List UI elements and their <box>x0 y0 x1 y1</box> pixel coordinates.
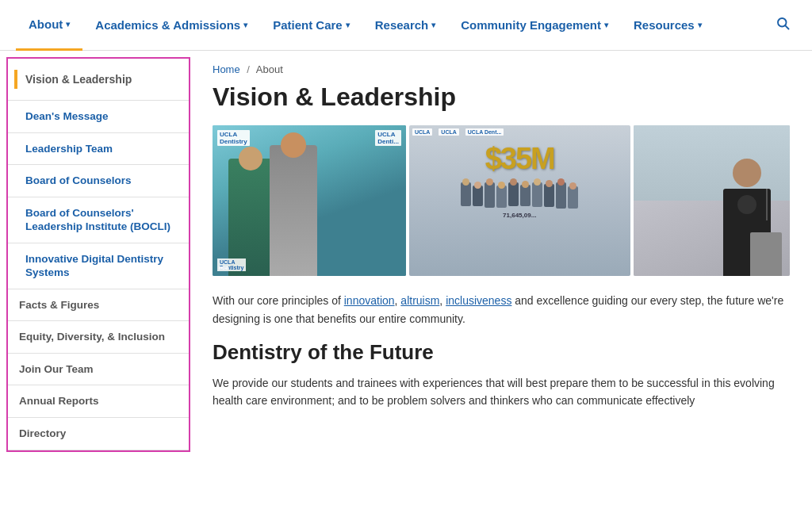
photo-strip: UCLADentistry UCLADenti... UCLADentistry <box>213 125 790 276</box>
sidebar-item-bocli[interactable]: Board of Counselors' Leadership Institut… <box>8 197 189 243</box>
top-navigation: About ▾ Academics & Admissions ▾ Patient… <box>0 0 812 51</box>
sidebar-item-leadership-team[interactable]: Leadership Team <box>8 133 189 166</box>
breadcrumb-sep: / <box>247 63 250 75</box>
search-button[interactable] <box>769 16 796 34</box>
nav-patient-care-chevron: ▾ <box>346 21 350 29</box>
svg-line-1 <box>785 25 788 29</box>
nav-patient-care-label: Patient Care <box>273 18 343 32</box>
section-heading: Dentistry of the Future <box>213 340 790 365</box>
balloon-text: $35M <box>485 142 554 176</box>
main-content: Home / About Vision & Leadership UCLADen… <box>190 51 812 517</box>
body-paragraph: With our core principles of innovation, … <box>213 292 790 327</box>
link-inclusiveness[interactable]: inclusiveness <box>446 294 511 307</box>
ucla-logo-1: UCLADentistry <box>217 130 250 146</box>
nav-community[interactable]: Community Engagement ▾ <box>448 0 621 51</box>
photo-1: UCLADentistry UCLADenti... UCLADentistry <box>213 125 406 276</box>
sidebar-item-board-of-counselors[interactable]: Board of Counselors <box>8 165 189 197</box>
nav-research-label: Research <box>375 18 429 32</box>
sidebar-item-deans-message[interactable]: Dean's Message <box>8 101 189 133</box>
nav-about[interactable]: About ▾ <box>16 0 82 51</box>
link-innovation[interactable]: innovation <box>344 294 395 307</box>
photo-2: UCLA UCLA UCLA Dent... $35M <box>409 125 630 276</box>
sidebar-item-facts-figures[interactable]: Facts & Figures <box>8 289 189 322</box>
nav-research[interactable]: Research ▾ <box>362 0 449 51</box>
sidebar-item-join-team[interactable]: Join Our Team <box>8 354 189 386</box>
ucla-logo-4: UCLA <box>439 128 458 136</box>
page-title: Vision & Leadership <box>213 83 790 111</box>
photo2-caption: 71,645,09... <box>503 212 536 219</box>
nav-patient-care[interactable]: Patient Care ▾ <box>260 0 362 51</box>
ucla-bottom-logo: UCLADentistry <box>217 258 246 271</box>
nav-academics[interactable]: Academics & Admissions ▾ <box>82 0 260 51</box>
main-layout: Vision & Leadership Dean's Message Leade… <box>0 51 812 517</box>
sidebar-item-digital-dentistry[interactable]: Innovative Digital Dentistry Systems <box>8 243 189 289</box>
photo-3 <box>634 125 790 276</box>
nav-about-label: About <box>29 17 63 31</box>
yellow-accent-bar <box>14 70 17 89</box>
sidebar-item-annual-reports[interactable]: Annual Reports <box>8 385 189 418</box>
section-body: We provide our students and trainees wit… <box>213 374 790 410</box>
ucla-logo-2: UCLADenti... <box>375 130 401 146</box>
breadcrumb-home[interactable]: Home <box>213 63 240 75</box>
nav-resources-label: Resources <box>634 18 695 32</box>
breadcrumb: Home / About <box>213 63 790 75</box>
nav-community-chevron: ▾ <box>604 21 608 29</box>
sidebar-section-title: Vision & Leadership <box>8 59 189 101</box>
nav-resources-chevron: ▾ <box>698 21 702 29</box>
sidebar-item-directory[interactable]: Directory <box>8 418 189 450</box>
nav-resources[interactable]: Resources ▾ <box>621 0 714 51</box>
ucla-logo-5: UCLA Dent... <box>465 128 504 136</box>
nav-research-chevron: ▾ <box>431 21 435 29</box>
ucla-logo-3: UCLA <box>412 128 432 136</box>
nav-about-chevron: ▾ <box>66 20 70 29</box>
nav-academics-chevron: ▾ <box>243 21 247 29</box>
sidebar: Vision & Leadership Dean's Message Leade… <box>6 57 190 452</box>
sidebar-item-equity[interactable]: Equity, Diversity, & Inclusion <box>8 321 189 354</box>
breadcrumb-current: About <box>256 63 283 75</box>
link-altruism[interactable]: altruism <box>400 294 439 307</box>
nav-academics-label: Academics & Admissions <box>95 18 240 32</box>
nav-community-label: Community Engagement <box>461 18 601 32</box>
